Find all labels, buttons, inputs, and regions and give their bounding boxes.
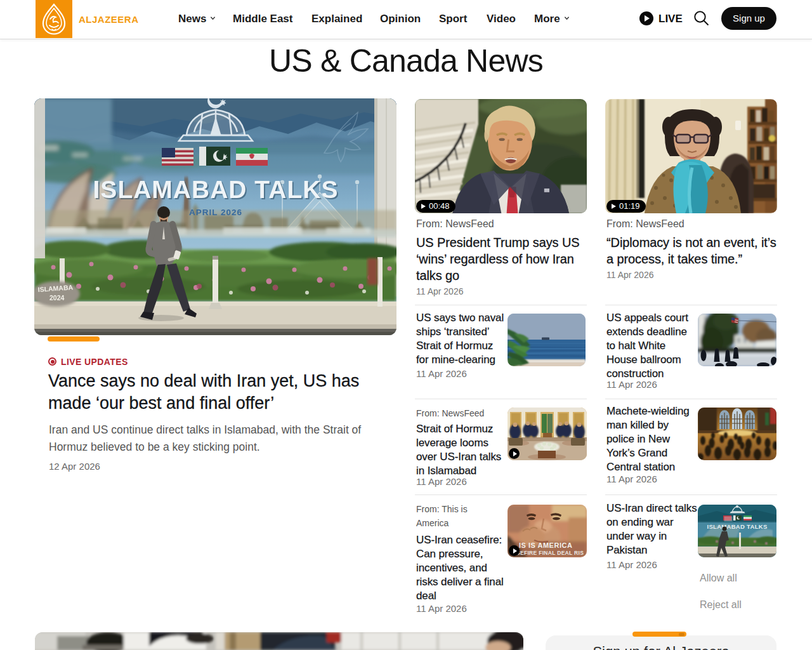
svg-text:IS IS AMERICA: IS IS AMERICA [519,541,572,549]
svg-text:APRIL 2026: APRIL 2026 [189,208,242,217]
svg-text:ISLAMABAD TALKS: ISLAMABAD TALKS [707,523,767,530]
svg-text:2024: 2024 [49,294,65,302]
svg-text:SEFIRE FINAL DEAL RIS: SEFIRE FINAL DEAL RIS [516,550,584,556]
svg-text:ISLAMABAD TALKS: ISLAMABAD TALKS [93,176,339,203]
